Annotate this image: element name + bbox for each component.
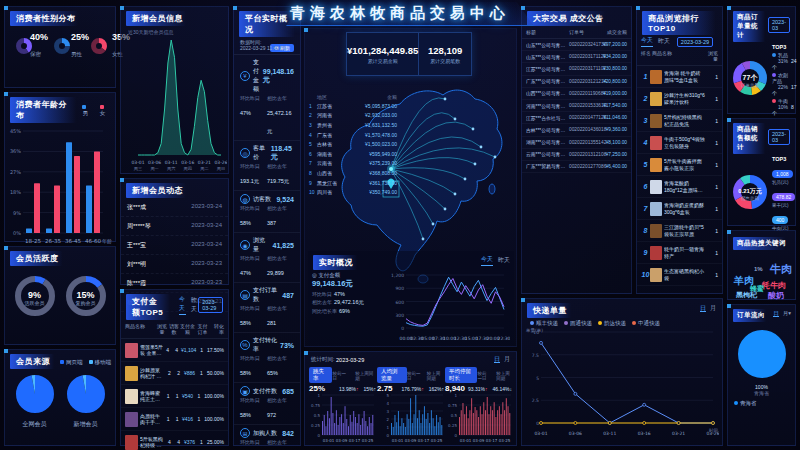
new-members-area-chart: 03-01周三03-06周一03-11周六03-16周四03-21周二03-26… — [124, 35, 227, 171]
province-name: 河南省 — [317, 112, 351, 118]
rank-number: 3 — [641, 117, 650, 124]
toggle-month[interactable]: 月 — [504, 356, 510, 362]
svg-text:7.5: 7.5 — [532, 353, 539, 358]
deal-amount: ¥97,200.00 — [603, 42, 627, 47]
deals-list: 山东***公司与青海***公司大宗牦牛肉交易成交公告 0020220324173… — [522, 39, 631, 173]
data-time: 2022-03-29 11:49:04 — [240, 45, 286, 51]
table-header: 标题 订单号 成交金额 — [522, 26, 631, 39]
metric-delta-1: 176.79%↑ — [401, 386, 423, 392]
view-count: 1 — [706, 140, 718, 146]
province-name: 江苏省 — [317, 103, 351, 109]
tab-today[interactable]: 今天 — [481, 255, 493, 266]
table-row: 3 5斤枸杞特级黑枸杞正品免洗 1 — [637, 110, 722, 132]
date-picker[interactable]: 2023-03-29 — [677, 37, 713, 47]
view-count: 1 — [706, 74, 718, 80]
member-name: 刘***明 — [127, 260, 146, 269]
activity-gauge-2: 15% 复购会员 — [64, 274, 108, 322]
province-rank: 5 — [309, 141, 317, 147]
province-rank: 8 — [309, 170, 317, 176]
keyword[interactable]: 牛肉 — [770, 262, 792, 277]
deal-order-no: 00202201190684 — [569, 91, 603, 96]
deal-order-no: 00202201533619 — [569, 103, 603, 108]
legend-item: 韵达快递 — [598, 320, 626, 327]
gauge-label: 复购会员 — [76, 300, 96, 306]
deal-amount: ¥19,000.00 — [603, 91, 627, 96]
platform-stats-list: ¥ 支付金额 99,148.16元 环比昨日47% 相比去年25,472.16元… — [234, 55, 300, 450]
daily-block: 平均停留时长 较前一日较上周同期 8,940 93.31%↑ 46.14%↓ — [445, 367, 512, 394]
keyword[interactable]: 1% — [754, 266, 763, 272]
table-row: 6 青海老酸奶180g*12盒原味牦牛 1 — [637, 176, 722, 198]
toggle-day[interactable]: 日 — [773, 310, 779, 317]
tab-today[interactable]: 今天 — [641, 36, 653, 47]
table-row: 广东***贸易与青海***公司大宗牛肉干交易成交公告 0020220127708… — [522, 161, 631, 173]
stat-value: 842 — [282, 430, 294, 437]
toggle-month[interactable]: 月 — [783, 310, 789, 316]
deal-amount: ¥34,200.00 — [603, 54, 627, 59]
stat-value: 41,825 — [273, 242, 294, 249]
svg-text:4: 4 — [386, 401, 389, 406]
table-row: 云南***公司与青海***公司大宗酸奶交易成交公告 00202201312108… — [522, 149, 631, 161]
province-name: 四川省 — [317, 189, 351, 195]
total-count-label: 累计交易笔数 — [430, 58, 460, 64]
province-amount: ¥375,239.00 — [351, 160, 397, 166]
browse-list: 1 青海湖 牦牛奶砖 原味*5盒/1盒装 1 2 沙棘汁生榨310g*6罐果汁饮… — [637, 66, 722, 286]
list-item: 张***成 2023-03-24 — [121, 198, 228, 217]
product-thumbnail — [650, 158, 662, 172]
product-name: 三江源牦牛奶贝*5袋装正宗草原 — [664, 224, 706, 237]
svg-text:03-25: 03-25 — [430, 438, 442, 443]
svg-text:3: 3 — [386, 409, 389, 414]
stat-icon: % — [240, 340, 250, 350]
svg-text:1: 1 — [454, 393, 457, 398]
panel-title: 会员活跃度 — [10, 251, 67, 266]
tab-yesterday[interactable]: 昨天 — [191, 296, 198, 314]
rank-number: 10 — [641, 271, 650, 278]
deal-title: 河南***公司与青海***公司大宗沙棘交易成交公告 — [526, 103, 566, 109]
member-date: 2023-03-23 — [191, 260, 222, 269]
province-row: 10 四川省 ¥350,749.00 — [309, 187, 397, 197]
stat-icon: ¥ — [240, 71, 250, 81]
donut-value: 0.21万元 — [738, 187, 762, 196]
deal-amount: ¥11,046.00 — [603, 115, 627, 120]
total-amount-label: 累计交易金额 — [368, 58, 398, 64]
toggle-month[interactable]: 月 — [710, 305, 716, 311]
province-amount: ¥1,500,023.00 — [351, 141, 397, 147]
province-ranking: 地区 金额 1 江苏省 ¥5,095,873.00 2 河南省 ¥2,932,0… — [309, 93, 397, 197]
product-thumbnail — [650, 224, 662, 238]
panel-title: 消费者年龄分布 — [10, 97, 82, 123]
keyword[interactable]: 蜂蜜 — [750, 284, 764, 294]
svg-text:03-16: 03-16 — [638, 431, 651, 436]
toggle-day[interactable]: 日 — [494, 356, 500, 363]
legend-item: 顺丰快递 — [530, 320, 558, 327]
product-thumbnail — [125, 343, 138, 358]
bounce-rate-chart: 10.750.50.25003-0103-0903-1703-25 — [309, 393, 375, 443]
realtime-stat: ◎ 支付金额 99,148.16元 环比昨日47% 相比去年29,472.16元… — [308, 270, 388, 316]
svg-text:0: 0 — [386, 433, 389, 438]
product-name: 沙棘汁生榨310g*6罐果汁饮料 — [664, 92, 706, 105]
tab-yesterday[interactable]: 昨天 — [498, 256, 510, 265]
avg-views-chart: 54321003-0103-0903-1703-25 — [378, 393, 444, 443]
stat-icon: ◍ — [240, 194, 250, 204]
date-picker[interactable]: 2023-03-29 — [198, 297, 223, 313]
keyword[interactable]: 酸奶 — [768, 290, 784, 301]
tab-yesterday[interactable]: 昨天 — [658, 37, 670, 46]
month-picker[interactable]: 2023-03 — [768, 129, 790, 145]
stat-yoy: 387 — [267, 220, 276, 226]
toggle-day[interactable]: 日 — [700, 305, 706, 312]
stat-yoy: 719.75元 — [267, 178, 289, 184]
tab-today[interactable]: 今天 — [179, 295, 186, 315]
panel-title: 会员来源 — [10, 354, 58, 369]
product-thumbnail — [650, 114, 662, 128]
member-date: 2023-03-24 — [191, 241, 222, 250]
product-thumbnail — [650, 136, 662, 150]
svg-text:1,200: 1,200 — [391, 273, 404, 278]
deal-order-no: 00202203241730 — [569, 42, 603, 47]
table-row: 广东***公司与青海***公司大宗羊肉交易成交公告 00202203121214… — [522, 76, 631, 88]
table-row: 10 生态富硒黑枸杞小袋 1 — [637, 264, 722, 286]
deal-order-no: 00202201312108 — [569, 152, 603, 157]
deal-title: 广东***公司与青海***公司大宗羊肉交易成交公告 — [526, 78, 566, 84]
panel-title: 支付金额TOP5 — [126, 294, 174, 320]
deal-title: 山东***公司与青海***公司大宗枸杞交易成交公告 — [526, 54, 566, 60]
product-name: 生态富硒黑枸杞小袋 — [664, 268, 706, 281]
view-count: 1 — [706, 184, 718, 190]
province-rank: 2 — [309, 112, 317, 118]
